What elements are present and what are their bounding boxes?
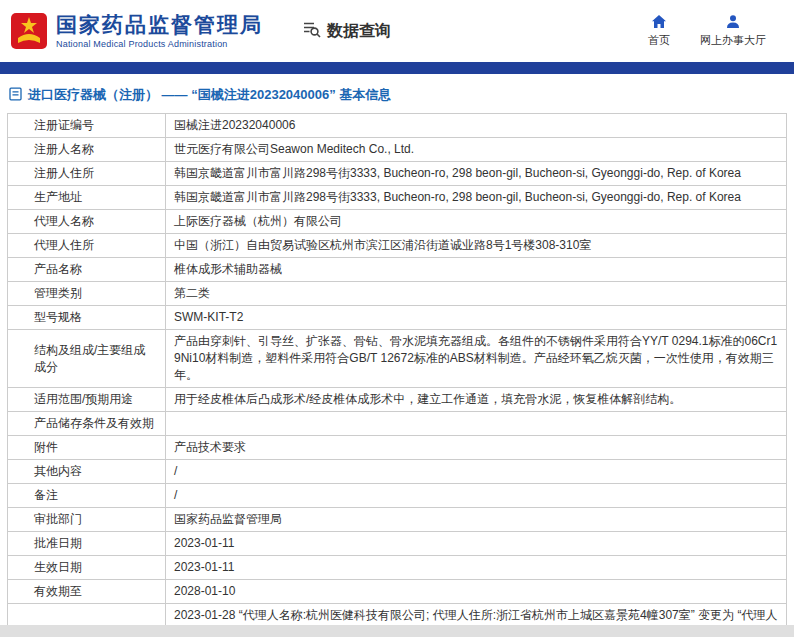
row-value: /	[166, 460, 787, 484]
row-value: 2023-01-11	[166, 556, 787, 580]
table-row: 生产地址 韩国京畿道富川市富川路298号街3333, Bucheon-ro, 2…	[8, 186, 787, 210]
row-value: 上际医疗器械（杭州）有限公司	[166, 210, 787, 234]
main-content: 进口医疗器械（注册） —— “国械注进20232040006” 基本信息 注册证…	[0, 74, 794, 625]
table-row: 备注 /	[8, 484, 787, 508]
row-label-text: 有效期至	[34, 584, 82, 598]
top-nav: 首页 网上办事大厅	[648, 14, 766, 48]
breadcrumb-text: 进口医疗器械（注册） —— “国械注进20232040006” 基本信息	[28, 86, 391, 104]
data-query-icon	[301, 19, 321, 43]
site-header: 国家药品监督管理局 National Medical Products Admi…	[0, 0, 794, 62]
row-value: 世元医疗有限公司Seawon Meditech Co., Ltd.	[166, 138, 787, 162]
table-row: 产品储存条件及有效期	[8, 412, 787, 436]
nav-home[interactable]: 首页	[648, 14, 670, 48]
row-label-text: 代理人住所	[34, 238, 94, 252]
table-row: 附件 产品技术要求	[8, 436, 787, 460]
row-label: 产品名称	[8, 258, 166, 282]
row-label-text: 注册证编号	[34, 118, 94, 132]
row-label: 其他内容	[8, 460, 166, 484]
row-label-text: 结构及组成/主要组成成分	[34, 343, 145, 374]
row-value: 韩国京畿道富川市富川路298号街3333, Bucheon-ro, 298 be…	[166, 162, 787, 186]
row-value: 中国（浙江）自由贸易试验区杭州市滨江区浦沿街道诚业路8号1号楼308-310室	[166, 234, 787, 258]
table-row: 生效日期 2023-01-11	[8, 556, 787, 580]
table-row: 代理人住所 中国（浙江）自由贸易试验区杭州市滨江区浦沿街道诚业路8号1号楼308…	[8, 234, 787, 258]
row-label: 生效日期	[8, 556, 166, 580]
agency-name-en: National Medical Products Administration	[56, 39, 263, 49]
row-label-text: 备注	[34, 488, 58, 502]
row-label-text: 注册人住所	[34, 166, 94, 180]
row-label-text: 型号规格	[34, 310, 82, 324]
row-value: 国械注进20232040006	[166, 114, 787, 138]
row-value: 2023-01-28 “代理人名称:杭州医健科技有限公司; 代理人住所:浙江省杭…	[166, 604, 787, 626]
row-label-text: 附件	[34, 440, 58, 454]
nav-service-hall-label: 网上办事大厅	[700, 33, 766, 48]
footer-strip	[0, 625, 794, 637]
table-row: 注册人名称 世元医疗有限公司Seawon Meditech Co., Ltd.	[8, 138, 787, 162]
row-label: 备注	[8, 484, 166, 508]
table-row: 代理人名称 上际医疗器械（杭州）有限公司	[8, 210, 787, 234]
row-label: 注册证编号	[8, 114, 166, 138]
row-label-text: 审批部门	[34, 512, 82, 526]
agency-name-cn: 国家药品监督管理局	[56, 13, 263, 37]
row-label: 审批部门	[8, 508, 166, 532]
table-row: 注册证编号 国械注进20232040006	[8, 114, 787, 138]
row-label-text: 注册人名称	[34, 142, 94, 156]
brand[interactable]: 国家药品监督管理局 National Medical Products Admi…	[10, 12, 263, 50]
home-icon	[651, 14, 667, 30]
row-label-text: 产品储存条件及有效期	[34, 416, 154, 430]
row-value: 2028-01-10	[166, 580, 787, 604]
table-row: 有效期至 2028-01-10	[8, 580, 787, 604]
table-row: 变更情况 2023-01-28 “代理人名称:杭州医健科技有限公司; 代理人住所…	[8, 604, 787, 626]
row-label-text: 管理类别	[34, 286, 82, 300]
table-row: 注册人住所 韩国京畿道富川市富川路298号街3333, Bucheon-ro, …	[8, 162, 787, 186]
row-label-text: 代理人名称	[34, 214, 94, 228]
row-label: 代理人住所	[8, 234, 166, 258]
table-row: 适用范围/预期用途 用于经皮椎体后凸成形术/经皮椎体成形术中，建立工作通道，填充…	[8, 388, 787, 412]
row-value: 椎体成形术辅助器械	[166, 258, 787, 282]
row-value: 用于经皮椎体后凸成形术/经皮椎体成形术中，建立工作通道，填充骨水泥，恢复椎体解剖…	[166, 388, 787, 412]
row-label: 结构及组成/主要组成成分	[8, 330, 166, 388]
row-label-text: 生效日期	[34, 560, 82, 574]
document-icon	[9, 87, 22, 104]
person-icon	[725, 14, 741, 30]
table-row: 批准日期 2023-01-11	[8, 532, 787, 556]
row-label: 型号规格	[8, 306, 166, 330]
nav-service-hall[interactable]: 网上办事大厅	[700, 14, 766, 48]
row-label-text: 批准日期	[34, 536, 82, 550]
nav-home-label: 首页	[648, 33, 670, 48]
row-label: 注册人名称	[8, 138, 166, 162]
table-row: 管理类别 第二类	[8, 282, 787, 306]
row-value: 产品技术要求	[166, 436, 787, 460]
row-value: 第二类	[166, 282, 787, 306]
header-divider-bar	[0, 62, 794, 74]
page: 国家药品监督管理局 National Medical Products Admi…	[0, 0, 794, 637]
row-label: 变更情况	[8, 604, 166, 626]
row-label: 代理人名称	[8, 210, 166, 234]
row-label: 注册人住所	[8, 162, 166, 186]
row-value: 2023-01-11	[166, 532, 787, 556]
row-value: /	[166, 484, 787, 508]
row-label-text: 产品名称	[34, 262, 82, 276]
row-label: 生产地址	[8, 186, 166, 210]
data-query-section: 数据查询	[301, 19, 391, 43]
table-row: 结构及组成/主要组成成分 产品由穿刺针、引导丝、扩张器、骨钻、骨水泥填充器组成。…	[8, 330, 787, 388]
table-row: 型号规格 SWM-KIT-T2	[8, 306, 787, 330]
table-row: 产品名称 椎体成形术辅助器械	[8, 258, 787, 282]
brand-text: 国家药品监督管理局 National Medical Products Admi…	[56, 13, 263, 49]
row-label: 产品储存条件及有效期	[8, 412, 166, 436]
info-table: 注册证编号 国械注进20232040006 注册人名称 世元医疗有限公司Seaw…	[7, 113, 787, 625]
row-label: 批准日期	[8, 532, 166, 556]
table-row: 其他内容 /	[8, 460, 787, 484]
row-label: 适用范围/预期用途	[8, 388, 166, 412]
data-query-label: 数据查询	[327, 21, 391, 42]
row-value: SWM-KIT-T2	[166, 306, 787, 330]
row-value: 国家药品监督管理局	[166, 508, 787, 532]
row-label: 附件	[8, 436, 166, 460]
row-value: 产品由穿刺针、引导丝、扩张器、骨钻、骨水泥填充器组成。各组件的不锈钢件采用符合Y…	[166, 330, 787, 388]
row-label-text: 生产地址	[34, 190, 82, 204]
row-label-text: 其他内容	[34, 464, 82, 478]
row-label-text: 适用范围/预期用途	[34, 392, 133, 406]
nmpa-logo-icon	[10, 12, 48, 50]
row-value: 韩国京畿道富川市富川路298号街3333, Bucheon-ro, 298 be…	[166, 186, 787, 210]
row-value	[166, 412, 787, 436]
table-row: 审批部门 国家药品监督管理局	[8, 508, 787, 532]
